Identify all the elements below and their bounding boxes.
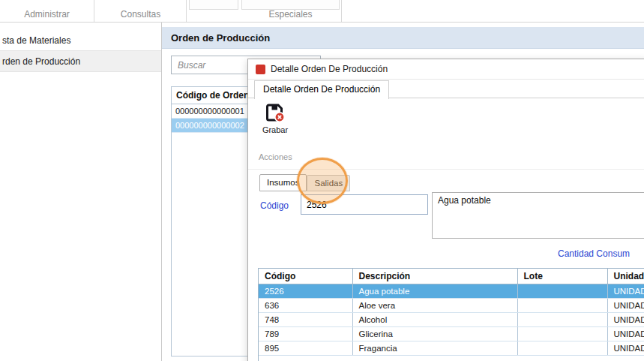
dialog-title: Detalle Orden De Producción <box>271 59 388 80</box>
tab-detalle-orden[interactable]: Detalle Orden De Producción <box>254 80 389 99</box>
ribbon-divider <box>94 0 94 22</box>
cell-lote <box>517 312 607 326</box>
detalle-orden-dialog: Detalle Orden De Producción Detalle Orde… <box>247 59 644 361</box>
table-row[interactable]: 789 Glicerina UNIDADE <box>259 326 644 341</box>
column-header-codigo[interactable]: Código <box>259 269 352 284</box>
cell-codigo: 636 <box>259 298 352 312</box>
sidebar-item-lista-de-materiales[interactable]: sta de Materiales <box>0 30 161 51</box>
cell-unidad: UNIDADE <box>607 341 644 355</box>
tab-insumos[interactable]: Insumos <box>259 174 307 191</box>
page-title: Orden de Producción <box>162 27 644 49</box>
cell-codigo: 789 <box>259 326 352 341</box>
cell-unidad: UNIDADE <box>607 312 644 326</box>
table-row[interactable]: 895 Fragancia UNIDADE <box>259 341 644 355</box>
cell-unidad: UNIDADE <box>607 298 644 312</box>
cell-codigo: 2526 <box>259 284 352 298</box>
ribbon-button-partial[interactable] <box>189 0 238 10</box>
table-row[interactable]: 636 Aloe vera UNIDADE <box>259 298 644 312</box>
ribbon-separator <box>248 169 644 170</box>
column-header-descripcion[interactable]: Descripción <box>352 269 517 284</box>
codigo-label: Código <box>260 200 289 211</box>
cantidad-consumida-label: Cantidad Consum <box>558 248 630 259</box>
dialog-tabstrip: Detalle Orden De Producción <box>248 80 644 98</box>
cell-lote <box>517 284 607 298</box>
cell-unidad: UNIDADE <box>607 326 644 341</box>
ribbon-divider <box>341 0 342 22</box>
cell-codigo: 895 <box>259 341 352 355</box>
cell-descripcion: Aloe vera <box>352 298 517 312</box>
insumos-table: Código Descripción Lote Unidad 2526 Agua… <box>258 268 644 361</box>
table-row[interactable]: 2526 Agua potable UNIDADE <box>259 284 644 298</box>
ribbon-group-especiales: Especiales <box>240 7 341 22</box>
column-header-unidad[interactable]: Unidad <box>607 269 644 284</box>
descripcion-field[interactable]: Agua potable <box>432 192 644 239</box>
ribbon-group-consultas: Consultas <box>95 7 186 22</box>
sidebar: sta de Materiales rden de Producción <box>0 23 161 361</box>
cell-lote <box>517 341 607 355</box>
save-icon <box>265 103 285 122</box>
insumos-salidas-tabstrip: Insumos Salidas <box>259 174 350 191</box>
save-button-label: Grabar <box>262 125 288 134</box>
codigo-input[interactable] <box>301 194 428 215</box>
cell-descripcion: Agua potable <box>352 284 517 298</box>
table-header-row: Código Descripción Lote Unidad <box>259 269 644 284</box>
dialog-icon <box>256 65 265 74</box>
cell-lote <box>517 326 607 341</box>
tab-salidas[interactable]: Salidas <box>307 175 350 191</box>
app-window: Administrar Consultas Especiales sta de … <box>0 0 644 361</box>
save-button[interactable]: Grabar <box>257 103 293 146</box>
ribbon-group-administrar: Administrar <box>0 7 94 22</box>
cell-descripcion: Fragancia <box>352 341 517 355</box>
column-header-lote[interactable]: Lote <box>517 269 607 284</box>
table-row[interactable]: 748 Alcohol UNIDADE <box>259 312 644 326</box>
sidebar-item-orden-de-produccion[interactable]: rden de Producción <box>0 51 161 72</box>
actions-group-label: Acciones <box>259 152 292 161</box>
cell-codigo: 748 <box>259 312 352 326</box>
dialog-titlebar[interactable]: Detalle Orden De Producción <box>248 59 644 80</box>
cell-lote <box>517 298 607 312</box>
ribbon-divider <box>186 0 187 22</box>
cell-unidad: UNIDADE <box>607 284 644 298</box>
cell-descripcion: Alcohol <box>352 312 517 326</box>
ribbon-toolbar: Administrar Consultas Especiales <box>0 0 644 23</box>
cell-descripcion: Glicerina <box>352 326 517 341</box>
